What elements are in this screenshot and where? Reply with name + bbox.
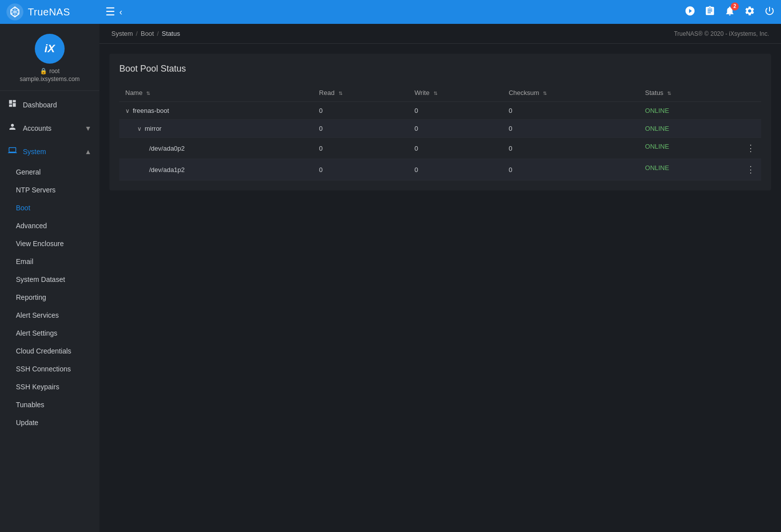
sidebar-item-tunables[interactable]: Tunables (0, 396, 99, 414)
boot-pool-card: Boot Pool Status Name ⇅ Read ⇅ (109, 54, 771, 190)
status-badge: ONLINE (645, 125, 669, 132)
accounts-arrow-icon: ▼ (85, 124, 91, 132)
table-row: /dev/ada1p2000ONLINE⋮ (119, 159, 761, 180)
cell-write-ada1p2: 0 (409, 159, 503, 180)
sidebar-item-view-enclosure[interactable]: View Enclosure (0, 235, 99, 253)
truenas-logo-icon (6, 3, 24, 21)
sidebar-item-general[interactable]: General (0, 163, 99, 181)
system-arrow-icon: ▲ (85, 148, 91, 156)
cell-status-ada1p2: ONLINE⋮ (639, 159, 761, 180)
table-row: /dev/ada0p2000ONLINE⋮ (119, 138, 761, 159)
breadcrumb-bar: System / Boot / Status TrueNAS® © 2020 -… (99, 24, 781, 44)
sidebar-item-dashboard[interactable]: Dashboard (0, 93, 99, 116)
sidebar-item-email[interactable]: Email (0, 253, 99, 270)
row-name-mirror: mirror (145, 125, 162, 132)
sidebar-item-advanced[interactable]: Advanced (0, 217, 99, 235)
cell-checksum-ada0p2: 0 (503, 138, 639, 159)
breadcrumb-sep-2: / (157, 30, 159, 37)
sidebar-item-boot[interactable]: Boot (0, 199, 99, 217)
notification-badge: 2 (731, 2, 739, 10)
breadcrumb-boot[interactable]: Boot (141, 30, 154, 37)
topbar: TrueNAS ☰ ‹ 2 (0, 0, 781, 24)
user-area: iX 🔒 root sample.ixsystems.com (0, 24, 99, 91)
version-text: TrueNAS® © 2020 - iXsystems, Inc. (674, 30, 769, 37)
read-sort-icon: ⇅ (339, 90, 343, 96)
breadcrumb-system[interactable]: System (111, 30, 133, 37)
col-checksum[interactable]: Checksum ⇅ (503, 84, 639, 102)
sidebar-item-system-dataset[interactable]: System Dataset (0, 270, 99, 288)
write-sort-icon: ⇅ (434, 90, 437, 96)
nav-section: Dashboard Accounts ▼ System ▲ General (0, 91, 99, 434)
sidebar: iX 🔒 root sample.ixsystems.com Dashboard (0, 24, 99, 532)
sidebar-toggle-button[interactable]: ‹ (119, 7, 122, 17)
system-icon (8, 146, 17, 157)
avatar: iX (35, 34, 65, 64)
col-status[interactable]: Status ⇅ (639, 84, 761, 102)
cell-name-mirror: ∨mirror (119, 120, 313, 138)
boot-pool-table: Name ⇅ Read ⇅ Write ⇅ (119, 84, 761, 180)
sidebar-item-reporting[interactable]: Reporting (0, 288, 99, 306)
cell-name-ada1p2: /dev/ada1p2 (119, 159, 313, 180)
notifications-icon[interactable]: 2 (724, 5, 735, 19)
cell-status-freenas-boot: ONLINE (639, 102, 761, 120)
sidebar-item-ssh-keypairs[interactable]: SSH Keypairs (0, 378, 99, 396)
cell-write-freenas-boot: 0 (409, 102, 503, 120)
table-row: ∨freenas-boot000ONLINE (119, 102, 761, 120)
sidebar-item-ntp-servers[interactable]: NTP Servers (0, 181, 99, 199)
hamburger-button[interactable]: ☰ (105, 5, 115, 18)
col-read[interactable]: Read ⇅ (313, 84, 409, 102)
cell-status-ada0p2: ONLINE⋮ (639, 138, 761, 159)
sidebar-item-accounts[interactable]: Accounts ▼ (0, 116, 99, 140)
breadcrumb-status: Status (162, 30, 180, 37)
breadcrumb: System / Boot / Status (111, 30, 180, 37)
table-row: ∨mirror000ONLINE (119, 120, 761, 138)
row-menu-button[interactable]: ⋮ (746, 164, 755, 175)
sidebar-item-dashboard-label: Dashboard (23, 101, 91, 109)
cell-status-mirror: ONLINE (639, 120, 761, 138)
sidebar-item-cloud-credentials[interactable]: Cloud Credentials (0, 342, 99, 360)
table-header-row: Name ⇅ Read ⇅ Write ⇅ (119, 84, 761, 102)
row-menu-button[interactable]: ⋮ (746, 143, 755, 154)
app-name: TrueNAS (28, 6, 70, 18)
col-name[interactable]: Name ⇅ (119, 84, 313, 102)
accounts-icon (8, 122, 17, 134)
card-title: Boot Pool Status (119, 64, 761, 74)
cell-name-freenas-boot: ∨freenas-boot (119, 102, 313, 120)
cell-read-mirror: 0 (313, 120, 409, 138)
settings-icon[interactable] (744, 5, 755, 19)
user-lock: 🔒 root (40, 68, 60, 75)
row-name-ada0p2: /dev/ada0p2 (149, 145, 185, 152)
cell-checksum-mirror: 0 (503, 120, 639, 138)
breadcrumb-sep-1: / (136, 30, 138, 37)
row-name-ada1p2: /dev/ada1p2 (149, 166, 185, 174)
app-logo: TrueNAS (6, 3, 105, 21)
tasks-icon[interactable] (704, 5, 715, 19)
sidebar-item-update[interactable]: Update (0, 414, 99, 432)
main: System / Boot / Status TrueNAS® © 2020 -… (99, 24, 781, 532)
sidebar-item-alert-settings[interactable]: Alert Settings (0, 324, 99, 342)
status-sort-icon: ⇅ (667, 90, 671, 96)
sidebar-item-accounts-label: Accounts (23, 124, 79, 132)
power-icon[interactable] (764, 5, 775, 19)
cell-checksum-ada1p2: 0 (503, 159, 639, 180)
system-sub-nav: General NTP Servers Boot Advanced View E… (0, 163, 99, 432)
cell-read-ada1p2: 0 (313, 159, 409, 180)
expand-icon[interactable]: ∨ (137, 125, 142, 132)
checksum-sort-icon: ⇅ (543, 90, 547, 96)
name-sort-icon: ⇅ (146, 90, 150, 96)
cell-read-freenas-boot: 0 (313, 102, 409, 120)
status-badge: ONLINE (645, 164, 669, 172)
sidebar-item-system[interactable]: System ▲ (0, 140, 99, 163)
sidebar-item-ssh-connections[interactable]: SSH Connections (0, 360, 99, 378)
topbar-actions: 2 (685, 5, 775, 19)
col-write[interactable]: Write ⇅ (409, 84, 503, 102)
dashboard-icon (8, 99, 17, 110)
content-area: Boot Pool Status Name ⇅ Read ⇅ (99, 44, 781, 532)
user-hostname: sample.ixsystems.com (20, 76, 80, 83)
expand-icon[interactable]: ∨ (125, 107, 130, 114)
cell-write-mirror: 0 (409, 120, 503, 138)
sidebar-item-alert-services[interactable]: Alert Services (0, 306, 99, 324)
truecommand-icon[interactable] (685, 5, 695, 19)
cell-read-ada0p2: 0 (313, 138, 409, 159)
cell-name-ada0p2: /dev/ada0p2 (119, 138, 313, 159)
